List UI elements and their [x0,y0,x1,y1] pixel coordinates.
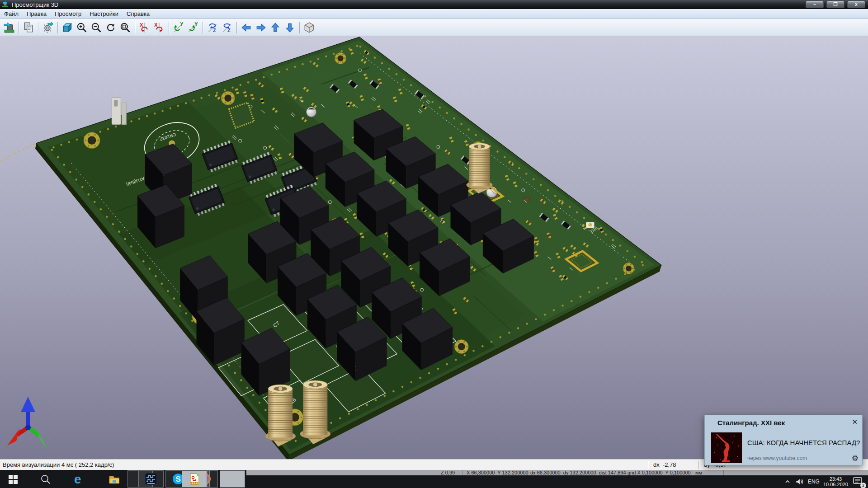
move-right-button[interactable] [254,20,268,35]
system-tray: ENG 23:43 10.06.2020 2 [783,475,867,488]
coordinate-status-row: Z 0,99 X 66,300000 Y 132,200000 dx 66,30… [246,470,868,475]
window-title: Просмотрщик 3D [12,1,58,8]
zoom-out-icon [90,22,102,33]
svg-text:Y: Y [180,22,184,27]
rotate-y-pos-button[interactable]: Y [186,20,200,35]
taskbar: Z 0,99 X 66,300000 Y 132,200000 dx 66,30… [0,470,868,488]
svg-text:X: X [154,22,158,27]
zoom-in-icon [76,22,88,33]
move-up-button[interactable] [268,20,283,35]
zoom-fit-button[interactable] [118,20,132,35]
tray-chevron-icon[interactable] [783,479,792,485]
redraw-icon [105,22,117,33]
restore-button[interactable]: ❐ [826,1,844,8]
close-button[interactable]: x [847,1,865,8]
coord-delta: dx 66,300000 dy 132,200000 dist 147,894 [530,470,626,475]
language-indicator[interactable]: ENG [808,479,820,485]
svg-text:X: X [140,22,143,27]
rotate-z-pos-button[interactable]: Z [220,20,234,35]
render-options-button[interactable] [41,20,55,35]
coord-units: мм [695,470,702,475]
rotate-x-neg-icon: X [139,22,151,33]
rotate-y-pos-icon: Y [187,22,199,33]
copy-icon [23,22,34,33]
menu-edit[interactable]: Правка [23,9,51,18]
rotate-z-neg-icon: Z [207,22,218,33]
rotate-z-neg-button[interactable]: Z [205,20,220,35]
rotate-y-neg-button[interactable]: Y [171,20,186,35]
zoom-out-button[interactable] [89,20,104,35]
rotate-z-pos-icon: Z [221,22,233,33]
move-right-icon [255,22,267,33]
svg-text:Z: Z [227,27,231,33]
windows-logo-icon [8,474,18,484]
move-left-icon [241,22,252,33]
edge-icon: e [72,473,86,486]
coord-xy: X 66,300000 Y 132,200000 [467,470,528,475]
menu-help[interactable]: Справка [123,9,154,18]
cube-icon [61,22,73,33]
svg-text:e: e [74,473,81,486]
action-center-button[interactable]: 2 [853,476,864,487]
move-down-icon [284,22,296,33]
menu-bar: Файл Правка Просмотр Настройки Справка [0,9,868,19]
render-time-status: Время визуализации 4 мс ( 252,2 кадр/с) [3,460,114,470]
minimize-button[interactable]: – [806,1,824,8]
coord-z: Z 0,99 [441,470,455,475]
title-bar: Просмотрщик 3D – ❐ x [0,0,868,9]
menu-settings[interactable]: Настройки [85,9,123,18]
kicad-icon [188,473,201,485]
ortho-cube-icon [303,22,315,33]
edge-button[interactable]: e [72,473,86,486]
copy-image-button[interactable] [21,20,36,35]
logic-analyzer-button[interactable] [138,470,164,488]
zoom-fit-icon [119,22,131,33]
menu-view[interactable]: Просмотр [51,9,85,18]
folder-icon [108,473,121,486]
reload-board-button[interactable] [2,20,16,35]
gear-icon [42,22,54,33]
reload-board-icon [3,22,15,33]
clock-time: 23:43 [823,476,848,482]
render-cube-button[interactable] [60,20,75,35]
svg-text:Z: Z [213,27,216,33]
search-button[interactable] [39,473,52,486]
move-down-button[interactable] [283,20,297,35]
redraw-button[interactable] [104,20,118,35]
stacked-windows-indicator[interactable] [208,470,210,488]
viewport-3d[interactable]: CR2032ATU(6x8)D10BT1C2K2L7C7L8J16 [0,36,868,459]
move-left-button[interactable] [239,20,254,35]
toolbar: X X Y Y [0,19,868,36]
notification-thumbnail[interactable] [711,432,742,463]
notification-source: через www.youtube.com [747,455,807,461]
rotate-x-pos-button[interactable]: X [152,20,166,35]
zoom-in-button[interactable] [75,20,89,35]
menu-file[interactable]: Файл [0,9,23,18]
search-icon [40,474,51,485]
coord-grid: grid X 0,100000 Y 0,100000 [627,470,691,475]
rotate-y-neg-icon: Y [173,22,184,33]
rotate-x-pos-icon: X [153,22,165,33]
notification-popup[interactable]: Сталинград. XXI век ✕ США: КОГДА НАЧНЕТС… [704,415,863,465]
speaker-icon[interactable] [794,477,804,486]
explorer-button[interactable] [108,473,121,486]
rotate-x-neg-button[interactable]: X [137,20,152,35]
clock-date: 10.06.2020 [823,482,848,487]
cursor-dx: dx -2,78 [653,460,676,470]
notification-close-icon[interactable]: ✕ [852,418,858,426]
clock[interactable]: 23:43 10.06.2020 [823,476,848,487]
notification-body: США: КОГДА НАЧНЕТСЯ РАСПАД? [747,439,860,446]
kicad-button[interactable] [220,470,245,488]
start-button[interactable] [6,473,20,486]
notification-badge: 2 [860,483,866,488]
kicad-3d-viewer-button[interactable] [182,470,207,488]
svg-text:Y: Y [194,22,198,27]
svg-text:S: S [176,475,181,483]
ortho-view-button[interactable] [302,20,316,35]
notification-title: Сталинград. XXI век [717,419,785,427]
notification-settings-icon[interactable]: ⚙ [852,454,859,463]
app-icon [2,1,9,8]
move-up-icon [269,22,281,33]
logic-analyzer-icon [145,473,157,485]
